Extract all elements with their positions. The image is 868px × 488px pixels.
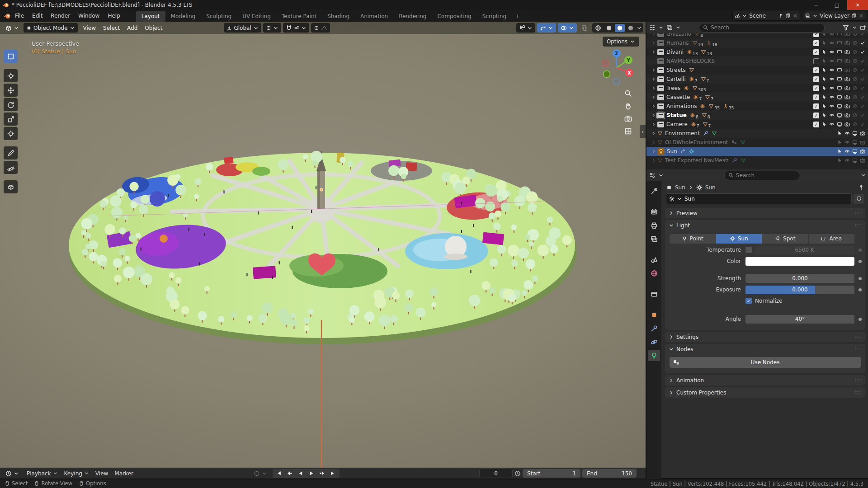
play-button[interactable] <box>307 469 316 477</box>
tool-rotate[interactable] <box>4 98 18 111</box>
workspace-tab-shading[interactable]: Shading <box>322 11 355 22</box>
outliner-row-oldwholeenvironment[interactable]: OLDWholeEnvironment <box>646 138 868 147</box>
exclude-checkbox[interactable]: ✓ <box>813 49 819 55</box>
new-collection-icon[interactable] <box>860 24 866 31</box>
frame-end-field[interactable]: End 150 <box>582 469 637 478</box>
snap-toggle[interactable] <box>283 23 309 33</box>
viewport-menu-add[interactable]: Add <box>123 23 141 33</box>
use-nodes-button[interactable]: Use Nodes <box>670 357 861 368</box>
item-name[interactable]: Camere <box>666 121 688 127</box>
panel-preview[interactable]: Preview ∷∷ <box>665 208 865 218</box>
pan-tool-icon[interactable] <box>624 102 632 110</box>
scene-name[interactable]: Scene <box>749 13 776 19</box>
pin-icon[interactable] <box>778 13 783 19</box>
timeline-menu-marker[interactable]: Marker <box>111 469 136 478</box>
filter-icon[interactable] <box>843 24 849 31</box>
current-frame-field[interactable]: 0 <box>479 469 513 478</box>
timeline-menu-keying[interactable]: Keying <box>61 469 92 478</box>
exclude-checkbox[interactable]: ✓ <box>813 103 819 109</box>
orientation-dropdown[interactable]: Global <box>224 23 261 33</box>
properties-tab-world[interactable] <box>648 268 660 279</box>
viewport-menu-object[interactable]: Object <box>141 23 166 33</box>
breadcrumb-data[interactable]: Sun <box>705 184 716 191</box>
auto-keying-icon[interactable] <box>254 470 260 477</box>
properties-tab-object[interactable] <box>648 310 660 320</box>
item-name[interactable]: NAVMESHBLOCKS <box>666 58 715 64</box>
tool-transform[interactable] <box>4 127 18 140</box>
outliner-search[interactable]: Search <box>699 23 825 33</box>
view-layer-selector[interactable]: View Layer <box>803 11 866 21</box>
workspace-tab-sculpting[interactable]: Sculpting <box>201 11 237 22</box>
light-type-spot[interactable]: Spot <box>762 234 808 244</box>
pin-icon[interactable] <box>858 184 864 191</box>
tool-measure[interactable] <box>4 161 18 174</box>
animate-dot[interactable] <box>859 318 862 321</box>
tool-cursor[interactable] <box>4 69 18 82</box>
panel-nodes-header[interactable]: Nodes ∷∷ <box>665 344 865 354</box>
item-name[interactable]: Divani <box>666 49 684 55</box>
light-type-sun[interactable]: Sun <box>716 234 762 244</box>
exclude-checkbox[interactable]: ✓ <box>813 40 819 46</box>
animate-dot[interactable] <box>859 260 862 263</box>
navigation-gizmo[interactable]: Z Y X <box>598 48 636 86</box>
shading-solid[interactable] <box>604 24 614 32</box>
item-name[interactable]: Statue <box>666 112 687 118</box>
outliner-row-statue[interactable]: Statue88 ✓ <box>646 111 868 120</box>
properties-tab-constraints[interactable] <box>648 323 660 334</box>
item-name[interactable]: Sun <box>667 148 677 155</box>
workspace-tab-compositing[interactable]: Compositing <box>432 11 476 22</box>
tool-add-cube[interactable] <box>4 180 18 193</box>
options-dropdown[interactable]: Options <box>603 37 639 47</box>
properties-tab-tool[interactable] <box>648 186 660 197</box>
exclude-checkbox[interactable]: ✓ <box>813 67 819 73</box>
light-type-point[interactable]: Point <box>670 234 716 244</box>
outliner-row-cassette[interactable]: Cassette77 ✓ <box>646 93 868 102</box>
properties-tab-output[interactable] <box>648 220 660 231</box>
panel-grip[interactable]: ∷∷ <box>855 211 862 216</box>
timeline-menu-playback[interactable]: Playback <box>24 469 61 478</box>
panel-animation[interactable]: Animation ∷∷ <box>665 375 865 385</box>
workspace-tab-scripting[interactable]: Scripting <box>477 11 512 22</box>
close-button[interactable]: ✕ <box>847 0 868 10</box>
properties-tab-view-layer[interactable] <box>648 234 660 244</box>
panel-grip[interactable]: ∷∷ <box>855 390 862 395</box>
zoom-tool-icon[interactable] <box>624 89 632 97</box>
properties-editor-icon[interactable] <box>649 172 656 178</box>
unlink-scene-icon[interactable] <box>793 13 798 19</box>
outliner-row-animations[interactable]: Animations3535 ✓ <box>646 102 868 111</box>
properties-tab-render[interactable] <box>648 206 660 217</box>
workspace-tab-modeling[interactable]: Modeling <box>165 11 201 22</box>
animate-dot[interactable] <box>859 288 862 291</box>
sidebar-toggle[interactable]: ‹ <box>640 125 646 138</box>
exclude-checkbox[interactable]: ✓ <box>813 113 819 118</box>
menu-render[interactable]: Render <box>47 11 74 21</box>
properties-tab-physics[interactable] <box>648 337 660 347</box>
mode-dropdown[interactable]: Object Mode <box>24 23 78 33</box>
panel-grip[interactable]: ∷∷ <box>855 378 862 383</box>
animate-dot[interactable] <box>859 249 862 252</box>
workspace-tab-uv-editing[interactable]: UV Editing <box>237 11 276 22</box>
outliner-row-camere[interactable]: Camere77 ✓ <box>646 120 868 129</box>
normalize-checkbox[interactable]: ✓ <box>745 298 752 304</box>
exclude-checkbox[interactable] <box>813 58 819 64</box>
outliner-row-environment[interactable]: Environment <box>646 129 868 138</box>
temperature-field[interactable]: 6500 K <box>755 246 854 254</box>
angle-field[interactable]: 40° <box>745 315 854 324</box>
scene-selector[interactable]: Scene <box>732 11 800 21</box>
panel-custom-properties[interactable]: Custom Properties ∷∷ <box>665 387 865 398</box>
item-name[interactable]: Humans <box>666 40 689 46</box>
pivot-dropdown[interactable] <box>263 23 281 33</box>
jump-start-button[interactable] <box>274 469 284 477</box>
use-preview-range-icon[interactable] <box>514 470 521 477</box>
3d-viewport[interactable]: Object Mode ViewSelectAddObject Global <box>0 22 646 468</box>
chevron-down-icon[interactable] <box>861 173 866 178</box>
exclude-checkbox[interactable]: ✓ <box>813 76 819 82</box>
panel-grip[interactable]: ∷∷ <box>855 334 862 339</box>
new-scene-icon[interactable] <box>785 13 791 19</box>
light-type-area[interactable]: Area <box>809 234 855 244</box>
properties-tab-collection[interactable] <box>648 289 660 300</box>
item-name[interactable]: Environment <box>665 130 700 136</box>
menu-edit[interactable]: Edit <box>28 11 47 21</box>
remove-view-layer-icon[interactable] <box>859 13 864 19</box>
exclude-checkbox[interactable]: ✓ <box>813 33 819 37</box>
